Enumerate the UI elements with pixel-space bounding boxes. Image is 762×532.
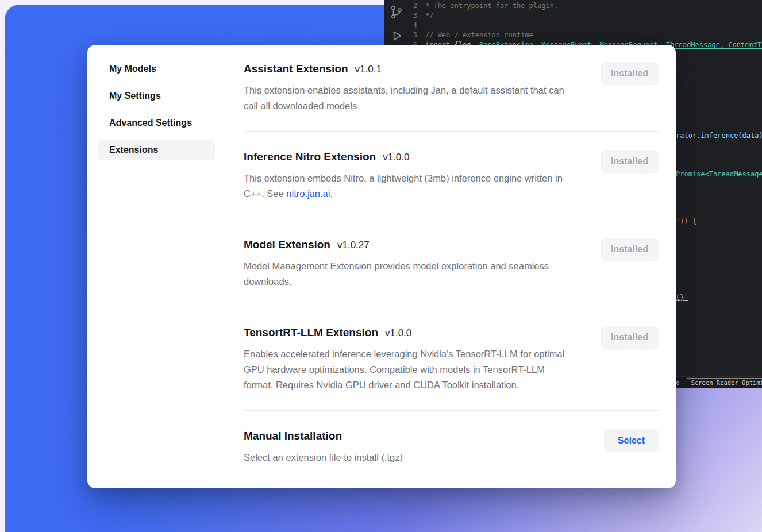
code-line: 2 * The entrypoint for the plugin. [409, 1, 762, 11]
extension-name: Manual Installation [244, 430, 342, 442]
extension-info: TensortRT-LLM Extensionv1.0.0 Enables ac… [244, 326, 572, 393]
extension-info: Inference Nitro Extensionv1.0.0 This ext… [244, 150, 572, 202]
extension-row-inference-nitro: Inference Nitro Extensionv1.0.0 This ext… [244, 132, 659, 219]
code-text: */ [425, 11, 433, 21]
installed-button[interactable]: Installed [601, 238, 659, 261]
line-number: 2 [409, 1, 425, 11]
screen-reader-status-badge[interactable]: Screen Reader Optimized [687, 378, 762, 387]
installed-button[interactable]: Installed [601, 62, 659, 85]
extension-title-line: Manual Installation [244, 429, 403, 443]
extension-row-assistant: Assistant Extensionv1.0.1 This extension… [244, 62, 659, 132]
settings-sidebar: My Models My Settings Advanced Settings … [87, 45, 224, 488]
extension-row-model: Model Extensionv1.0.27 Model Management … [244, 219, 659, 307]
extension-title-line: Inference Nitro Extensionv1.0.0 [244, 150, 572, 164]
extension-version: v1.0.1 [355, 64, 382, 75]
code-line: 3 */ [409, 11, 762, 21]
sidebar-item-advanced-settings[interactable]: Advanced Settings [98, 113, 215, 133]
extension-version: v1.0.27 [337, 240, 370, 250]
extensions-list: Assistant Extensionv1.0.1 This extension… [224, 45, 676, 488]
select-file-button[interactable]: Select [604, 429, 659, 452]
code-fragment: rator.inference(data)); [676, 132, 762, 140]
source-control-icon[interactable] [389, 5, 404, 20]
extension-name: Assistant Extension [244, 63, 348, 75]
extension-description: Enables accelerated inference leveraging… [244, 346, 572, 393]
extension-description: Model Management Extension provides mode… [244, 259, 572, 290]
code-line: 4 [409, 21, 762, 30]
installed-button[interactable]: Installed [601, 150, 659, 173]
code-fragment: ')) { [676, 217, 696, 225]
extension-title-line: TensortRT-LLM Extensionv1.0.0 [244, 326, 572, 340]
extension-title-line: Assistant Extensionv1.0.1 [244, 62, 572, 76]
code-text: * The entrypoint for the plugin. [425, 1, 558, 11]
extension-name: Model Extension [244, 238, 330, 250]
extension-description: Select an extension file to install (.tg… [244, 450, 403, 465]
sidebar-item-my-settings[interactable]: My Settings [98, 86, 215, 106]
extension-name: Inference Nitro Extension [244, 151, 376, 163]
code-fragment: t}` [676, 294, 688, 302]
line-number: 3 [409, 11, 425, 21]
extension-info: Assistant Extensionv1.0.1 This extension… [244, 62, 572, 114]
settings-card: My Models My Settings Advanced Settings … [87, 45, 676, 488]
nitro-jan-ai-link[interactable]: nitro.jan.ai. [286, 188, 333, 199]
extension-version: v1.0.0 [385, 327, 411, 338]
installed-button[interactable]: Installed [601, 326, 659, 349]
sidebar-item-my-models[interactable]: My Models [98, 59, 215, 79]
extension-name: TensortRT-LLM Extension [244, 326, 378, 338]
extension-version: v1.0.0 [383, 152, 409, 163]
code-area: 2 * The entrypoint for the plugin. 3 */ … [409, 1, 762, 50]
manual-installation-row: Manual Installation Select an extension … [244, 411, 659, 483]
code-fragment: Promise<ThreadMessage> [676, 170, 762, 178]
line-number: 4 [409, 21, 425, 30]
extension-info: Manual Installation Select an extension … [244, 429, 403, 465]
extension-description: This extension embeds Nitro, a lightweig… [244, 171, 572, 202]
extension-description: This extension enables assistants, inclu… [244, 83, 572, 114]
screen: 2 * The entrypoint for the plugin. 3 */ … [0, 0, 762, 532]
code-text: // Web / extension runtime [425, 30, 533, 40]
line-number: 5 [409, 30, 425, 40]
code-line: 5 // Web / extension runtime [409, 30, 762, 40]
sidebar-item-extensions[interactable]: Extensions [98, 140, 215, 160]
extension-row-tensorrt-llm: TensortRT-LLM Extensionv1.0.0 Enables ac… [244, 307, 659, 411]
run-debug-icon[interactable] [389, 29, 404, 44]
extension-info: Model Extensionv1.0.27 Model Management … [244, 238, 572, 290]
extension-title-line: Model Extensionv1.0.27 [244, 238, 572, 252]
